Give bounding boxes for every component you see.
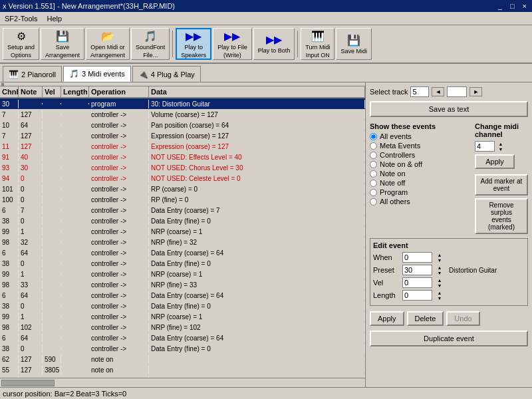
- channel-down-btn[interactable]: ▼: [496, 146, 505, 152]
- radio-program-input[interactable]: [370, 189, 377, 196]
- radio-note-on-input[interactable]: [370, 170, 377, 178]
- radio-controllers[interactable]: Controllers: [370, 151, 471, 159]
- table-row[interactable]: 940controller ->NOT USED: Celeste Level …: [0, 173, 365, 184]
- track-prev-btn[interactable]: ◄: [432, 87, 444, 96]
- play-both-icon: ▶▶: [266, 33, 282, 46]
- close-btn[interactable]: ×: [520, 2, 529, 10]
- menu-help[interactable]: Help: [45, 14, 65, 23]
- channel-input[interactable]: [475, 141, 495, 152]
- channel-apply-btn[interactable]: Apply: [475, 154, 515, 169]
- length-input[interactable]: [402, 290, 432, 301]
- add-marker-btn[interactable]: Add marker at event: [475, 174, 528, 196]
- preset-input[interactable]: [402, 265, 432, 275]
- table-row[interactable]: 664controller ->Data Entry (coarse) = 64: [0, 290, 365, 301]
- table-row[interactable]: 551273805note on: [0, 364, 365, 375]
- select-track-input[interactable]: [410, 86, 429, 97]
- radio-all-others[interactable]: All others: [370, 198, 471, 205]
- tab-midi-events[interactable]: 🎵 3 Midi events: [63, 66, 131, 82]
- save-midi-btn[interactable]: 💾 Save Midi: [336, 28, 372, 60]
- save-midi-label: Save Midi: [340, 48, 367, 55]
- open-midi-btn[interactable]: 📂 Open Midi or Arrangement: [86, 28, 130, 60]
- table-row[interactable]: 380controller ->Data Entry (fine) = 0: [0, 301, 365, 311]
- table-cell: [61, 305, 89, 307]
- table-row[interactable]: 9833controller ->NRP (fine) = 33: [0, 279, 365, 290]
- table-row[interactable]: 7127controller ->Volume (coarse) = 127: [0, 109, 365, 120]
- tab-plug-play[interactable]: 🔌 4 Plug & Play: [132, 66, 201, 82]
- radio-note-on-off-input[interactable]: [370, 161, 377, 168]
- table-row[interactable]: 1000controller ->RP (fine) = 0: [0, 194, 365, 205]
- apply-btn[interactable]: Apply: [370, 311, 404, 326]
- when-input[interactable]: [402, 252, 432, 263]
- duplicate-event-btn[interactable]: Duplicate event: [370, 331, 528, 346]
- radio-controllers-input[interactable]: [370, 152, 377, 159]
- vel-input[interactable]: [402, 277, 432, 288]
- channel-up-btn[interactable]: ▲: [496, 141, 505, 146]
- table-cell: 1: [19, 313, 43, 321]
- table-row[interactable]: 664controller ->Data Entry (coarse) = 64: [0, 247, 365, 258]
- length-down-btn[interactable]: ▼: [435, 295, 444, 301]
- table-row[interactable]: 9330controller ->NOT USED: Chorus Level …: [0, 162, 365, 173]
- table-row[interactable]: 67controller ->Data Entry (coarse) = 7: [0, 205, 365, 215]
- table-cell: Data Entry (coarse) = 64: [149, 291, 365, 300]
- table-row[interactable]: 9832controller ->NRP (fine) = 32: [0, 237, 365, 247]
- table-cell: [43, 327, 61, 328]
- radio-all-events[interactable]: All events: [370, 132, 471, 140]
- table-row[interactable]: 62127590note on: [0, 354, 365, 364]
- save-arrangement-btn[interactable]: 💾 Save Arrangement: [41, 28, 84, 60]
- radio-all-events-input[interactable]: [370, 133, 377, 140]
- maximize-btn[interactable]: □: [507, 2, 517, 10]
- delete-btn[interactable]: Delete: [407, 311, 444, 326]
- undo-btn[interactable]: Undo: [446, 311, 479, 326]
- table-row[interactable]: 991controller ->NRP (coarse) = 1: [0, 269, 365, 279]
- table-row[interactable]: 30program30: Distortion Guitar: [0, 98, 365, 109]
- table-row[interactable]: 98102controller ->NRP (fine) = 102: [0, 322, 365, 332]
- table-cell: NRP (coarse) = 1: [149, 270, 365, 279]
- table-row[interactable]: 11127controller ->Expression (coarse) = …: [0, 141, 365, 152]
- play-speakers-btn[interactable]: ▶▶ Play to Speakers: [176, 28, 211, 60]
- table-row[interactable]: 7127controller ->Expression (coarse) = 1…: [0, 130, 365, 141]
- radio-program[interactable]: Program: [370, 188, 471, 196]
- h-scrollbar[interactable]: [1, 380, 55, 386]
- setup-btn[interactable]: ⚙ Setup and Options: [3, 28, 39, 60]
- radio-note-off[interactable]: Note off: [370, 179, 471, 187]
- turn-midi-btn[interactable]: 🎹 Turn Midi Input ON: [301, 28, 334, 60]
- radio-meta-events[interactable]: Meta Events: [370, 142, 471, 150]
- preset-down-btn[interactable]: ▼: [435, 270, 444, 275]
- save-as-text-btn[interactable]: Save as text: [370, 101, 528, 117]
- table-cell: controller ->: [89, 164, 149, 172]
- soundfont-btn[interactable]: 🎵 SoundFont File...: [131, 28, 170, 60]
- table-row[interactable]: 991controller ->NRP (coarse) = 1: [0, 226, 365, 237]
- table-row[interactable]: 1010controller ->RP (coarse) = 0: [0, 184, 365, 194]
- when-up-btn[interactable]: ▲: [435, 252, 444, 257]
- radio-note-on[interactable]: Note on: [370, 170, 471, 178]
- vel-up-btn[interactable]: ▲: [435, 277, 444, 283]
- table-row[interactable]: 380controller ->Data Entry (fine) = 0: [0, 343, 365, 354]
- table-row[interactable]: 380controller ->Data Entry (fine) = 0: [0, 258, 365, 269]
- table-row[interactable]: 991controller ->NRP (coarse) = 1: [0, 311, 365, 322]
- radio-meta-events-input[interactable]: [370, 142, 377, 150]
- table-row[interactable]: 1064controller ->Pan position (coarse) =…: [0, 120, 365, 130]
- play-both-btn[interactable]: ▶▶ Play to Both: [253, 28, 295, 60]
- remove-surplus-btn[interactable]: Remove surplus events (marked): [475, 198, 528, 234]
- table-row[interactable]: 380controller ->Data Entry (fine) = 0: [0, 215, 365, 226]
- when-down-btn[interactable]: ▼: [435, 257, 444, 263]
- minimize-btn[interactable]: _: [495, 2, 505, 10]
- length-up-btn[interactable]: ▲: [435, 290, 444, 295]
- table-scroll-area[interactable]: 30program30: Distortion Guitar7127contro…: [0, 98, 365, 378]
- radio-all-others-input[interactable]: [370, 198, 377, 205]
- table-row[interactable]: 9140controller ->NOT USED: Effects Level…: [0, 152, 365, 162]
- tab-pianoroll[interactable]: 🎹 2 Pianoroll: [3, 66, 62, 82]
- radio-note-on-off[interactable]: Note on & off: [370, 160, 471, 168]
- play-file-btn[interactable]: ▶▶ Play to File (Write): [213, 28, 252, 60]
- length-row: Length ▲ ▼: [373, 290, 525, 301]
- menu-sf2tools[interactable]: SF2-Tools: [3, 14, 40, 23]
- radio-note-off-input[interactable]: [370, 180, 377, 187]
- track-scroll[interactable]: [447, 86, 467, 97]
- track-next-btn[interactable]: ►: [469, 87, 482, 96]
- table-row[interactable]: 664controller ->Data Entry (coarse) = 64: [0, 332, 365, 343]
- table-cell: [43, 124, 61, 126]
- preset-up-btn[interactable]: ▲: [435, 265, 444, 270]
- save-arr-label1: Save: [56, 44, 70, 51]
- vel-down-btn[interactable]: ▼: [435, 283, 444, 288]
- play-both-label1: Play to Both: [258, 47, 291, 54]
